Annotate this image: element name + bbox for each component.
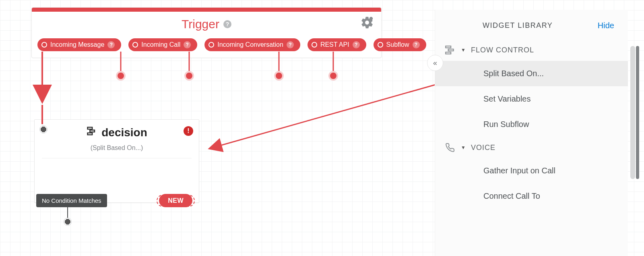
output-port-icon[interactable] [208,42,214,48]
panel-title: WIDGET LIBRARY [483,21,553,30]
split-icon [86,125,97,139]
trigger-widget[interactable]: Trigger ? Incoming Message? Incoming Cal… [31,7,382,58]
hide-link[interactable]: Hide [598,21,614,30]
flow-control-icon [444,45,456,55]
widget-item-gather-input-on-call[interactable]: Gather Input on Call [435,158,628,183]
decision-subtitle: (Split Based On...) [42,144,192,158]
output-port-icon[interactable] [132,42,138,48]
no-condition-label: No Condition Matches [42,197,101,204]
flow-canvas[interactable]: Trigger ? Incoming Message? Incoming Cal… [0,0,644,256]
svg-point-11 [329,72,337,80]
svg-point-5 [117,72,125,80]
svg-rect-12 [446,46,451,48]
category-voice[interactable]: ▼ VOICE [435,137,628,158]
output-port-icon[interactable] [312,42,317,48]
widget-item-set-variables[interactable]: Set Variables [435,86,628,112]
trigger-accent-bar [32,8,381,12]
new-label: NEW [159,194,192,207]
output-connector-line [67,205,68,218]
svg-rect-13 [448,49,454,51]
widget-item-run-subflow[interactable]: Run Subflow [435,112,628,137]
decision-title: decision [101,126,147,139]
scrollbar-track[interactable] [630,46,635,179]
help-icon[interactable]: ? [353,41,360,48]
help-icon[interactable]: ? [287,41,294,48]
output-port-icon[interactable] [378,42,383,48]
widget-item-split-based-on[interactable]: Split Based On... [435,61,628,86]
chevron-down-icon: ▼ [461,145,466,150]
output-port-icon[interactable] [41,42,47,48]
pill-label: Subflow [386,41,409,48]
trigger-title: Trigger ? [182,17,231,31]
trigger-title-text: Trigger [182,17,219,31]
svg-rect-1 [88,127,93,129]
widget-library-panel: WIDGET LIBRARY Hide « ▼ FLOW CONTROL Spl… [435,10,628,256]
svg-rect-14 [446,52,451,54]
pill-label: Incoming Message [50,41,104,48]
help-icon[interactable]: ? [223,20,231,28]
chevron-down-icon: ▼ [461,47,466,53]
pill-label: Incoming Call [141,41,180,48]
trigger-pill-rest-api[interactable]: REST API? [308,38,366,51]
phone-icon [444,143,456,152]
no-condition-output[interactable]: No Condition Matches [36,194,107,207]
help-icon[interactable]: ? [413,41,420,48]
warning-icon[interactable]: ! [184,126,193,136]
chevron-double-left-icon: « [433,59,437,67]
trigger-outputs: Incoming Message? Incoming Call? Incomin… [32,38,381,58]
category-label: FLOW CONTROL [471,46,534,54]
svg-rect-2 [90,130,95,132]
widget-item-connect-call-to[interactable]: Connect Call To [435,183,628,209]
output-port[interactable] [64,218,72,226]
trigger-pill-incoming-call[interactable]: Incoming Call? [128,38,197,51]
scrollbar-thumb[interactable] [636,46,639,179]
category-label: VOICE [471,144,495,152]
trigger-pill-incoming-message[interactable]: Incoming Message? [37,38,121,51]
svg-point-9 [275,72,283,80]
help-icon[interactable]: ? [184,41,191,48]
category-flow-control[interactable]: ▼ FLOW CONTROL [435,39,628,61]
collapse-panel-button[interactable]: « [427,55,443,71]
new-condition-button[interactable]: NEW [157,195,195,207]
pill-label: Incoming Conversation [217,41,283,48]
settings-gears-icon[interactable] [360,16,374,31]
decision-widget[interactable]: decision ! (Split Based On...) No Condit… [34,119,199,203]
trigger-pill-subflow[interactable]: Subflow? [374,38,426,51]
svg-point-7 [185,72,193,80]
pill-label: REST API [320,41,349,48]
trigger-pill-incoming-conversation[interactable]: Incoming Conversation? [204,38,300,51]
help-icon[interactable]: ? [107,41,115,48]
svg-rect-3 [88,133,93,135]
decision-body [42,158,192,187]
svg-point-0 [369,17,373,21]
